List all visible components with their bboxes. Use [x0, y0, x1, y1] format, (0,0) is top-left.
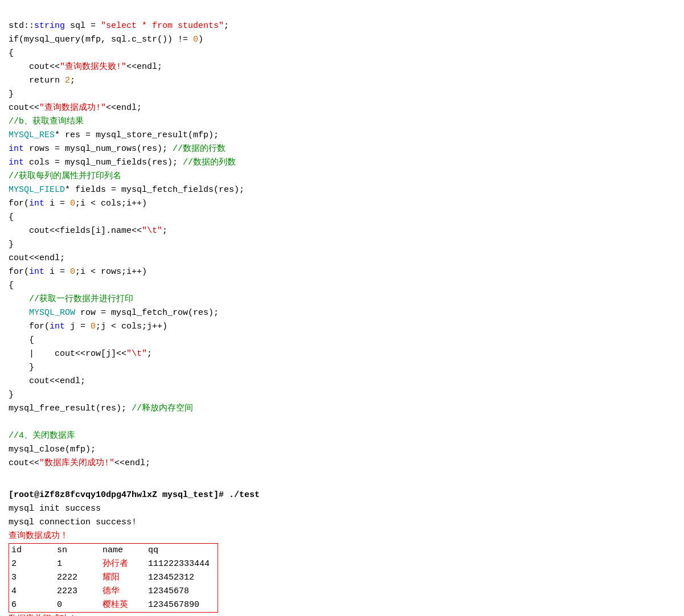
cell-qq-1: 123452312 — [148, 571, 200, 585]
line-21: //获取一行数据并进行打印 — [9, 294, 133, 304]
line-15: { — [9, 212, 14, 222]
line-22: MYSQL_ROW row = mysql_fetch_row(res); — [9, 308, 219, 318]
cell-name-3: 樱桂英 — [103, 598, 148, 612]
line-30 — [9, 417, 14, 427]
cell-sn-2: 2223 — [57, 585, 103, 598]
header-sn: sn — [57, 544, 103, 557]
cell-qq-3: 1234567890 — [148, 598, 205, 612]
header-qq: qq — [148, 544, 194, 557]
terminal-output: [root@iZf8z8fcvqy10dpg47hwlxZ mysql_test… — [9, 488, 675, 616]
cell-sn-3: 0 — [57, 598, 103, 612]
terminal-line1: mysql init success — [9, 502, 675, 516]
terminal-cmd: [root@iZf8z8fcvqy10dpg47hwlxZ mysql_test… — [9, 488, 675, 502]
line-9: MYSQL_RES* res = mysql_store_result(mfp)… — [9, 130, 219, 140]
cell-id-0: 2 — [11, 557, 57, 571]
line-5: return 2; — [9, 76, 75, 85]
line-25: | cout<<row[j]<<"\t"; — [9, 349, 152, 359]
terminal-line-last: 数据库关闭成功！ — [9, 613, 675, 616]
line-18: cout<<endl; — [9, 253, 65, 263]
cell-qq-2: 12345678 — [148, 585, 195, 598]
line-6: } — [9, 89, 14, 99]
line-2: if(mysql_query(mfp, sql.c_str()) != 0) — [9, 35, 203, 44]
line-29: mysql_free_result(res); //释放内存空间 — [9, 404, 193, 413]
cell-id-3: 6 — [11, 598, 57, 612]
line-33: cout<<"数据库关闭成功!"<<endl; — [9, 458, 150, 468]
cell-sn-1: 2222 — [57, 571, 103, 585]
line-19: for(int i = 0;i < rows;i++) — [9, 267, 147, 277]
code-editor: std::string sql = "select * from student… — [9, 6, 675, 484]
line-10: int rows = mysql_num_rows(res); //数据的行数 — [9, 144, 226, 154]
cell-id-1: 3 — [11, 571, 57, 585]
line-27: cout<<endl; — [9, 376, 85, 386]
line-23: for(int j = 0;j < cols;j++) — [9, 322, 167, 331]
line-11: int cols = mysql_num_fields(res); //数据的列… — [9, 158, 236, 167]
header-name: name — [103, 544, 148, 557]
line-16: cout<<fields[i].name<<"\t"; — [9, 226, 167, 236]
line-13: MYSQL_FIELD* fields = mysql_fetch_fields… — [9, 185, 244, 195]
result-table: id sn name qq 2 1 孙行者 111222333444 3 222… — [9, 543, 218, 613]
line-12: //获取每列的属性并打印列名 — [9, 171, 121, 181]
table-row: 6 0 樱桂英 1234567890 — [11, 598, 215, 612]
line-1: std::string sql = "select * from student… — [9, 21, 229, 31]
line-4: cout<<"查询数据失败!"<<endl; — [9, 62, 162, 72]
table-row: 3 2222 耀阳 123452312 — [11, 571, 215, 585]
cell-name-1: 耀阳 — [103, 571, 148, 585]
line-3: { — [9, 48, 14, 58]
cell-qq-0: 111222333444 — [148, 557, 215, 571]
terminal-line3: 查询数据成功！ — [9, 529, 675, 543]
cell-id-2: 4 — [11, 585, 57, 598]
line-26: } — [9, 363, 34, 372]
cell-name-0: 孙行者 — [103, 557, 148, 571]
line-14: for(int i = 0;i < cols;i++) — [9, 199, 147, 208]
line-7: cout<<"查询数据成功!"<<endl; — [9, 103, 142, 113]
line-8: //b、获取查询结果 — [9, 117, 84, 126]
line-31: //4、关闭数据库 — [9, 431, 75, 441]
table-row: 2 1 孙行者 111222333444 — [11, 557, 215, 571]
line-20: { — [9, 281, 14, 290]
cell-name-2: 德华 — [103, 585, 148, 598]
line-28: } — [9, 390, 14, 400]
header-id: id — [11, 544, 57, 557]
line-17: } — [9, 240, 14, 249]
code-content: std::string sql = "select * from student… — [9, 6, 675, 484]
table-row: 4 2223 德华 12345678 — [11, 585, 215, 598]
line-24: { — [9, 335, 34, 345]
terminal-line2: mysql connection success! — [9, 516, 675, 529]
table-header-row: id sn name qq — [11, 544, 215, 557]
cell-sn-0: 1 — [57, 557, 103, 571]
line-32: mysql_close(mfp); — [9, 445, 96, 454]
